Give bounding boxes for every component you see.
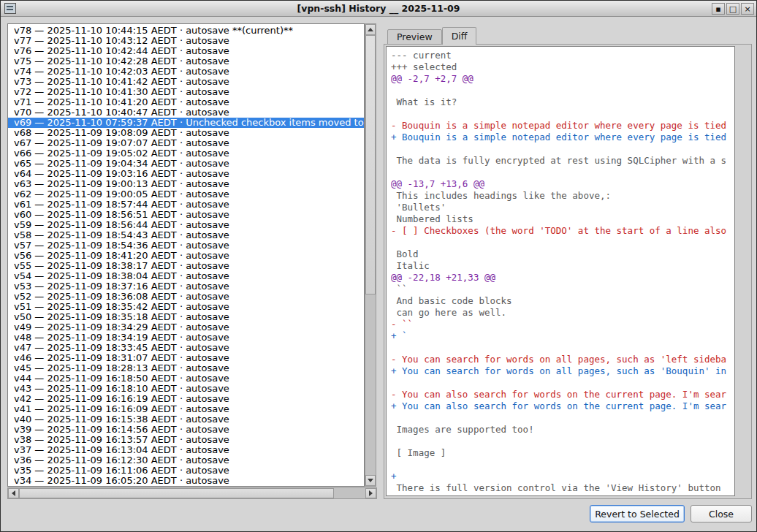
history-list-item[interactable]: v59 — 2025-11-09 18:56:44 AEDT · autosav… xyxy=(8,220,364,230)
history-list-item[interactable]: v72 — 2025-11-10 10:41:30 AEDT · autosav… xyxy=(8,87,364,97)
history-list-item[interactable]: v39 — 2025-11-09 16:14:56 AEDT · autosav… xyxy=(8,425,364,435)
history-list-item[interactable]: v44 — 2025-11-09 16:18:50 AEDT · autosav… xyxy=(8,373,364,384)
history-list-item[interactable]: v40 — 2025-11-09 16:15:38 AEDT · autosav… xyxy=(8,414,364,425)
titlebar[interactable]: [vpn-ssh] History __ 2025-11-09 ▪ □ × xyxy=(1,1,756,17)
history-list-item[interactable]: v69 — 2025-11-10 07:59:37 AEDT · Uncheck… xyxy=(8,118,364,128)
history-list-item[interactable]: v62 — 2025-11-09 19:00:05 AEDT · autosav… xyxy=(8,189,364,200)
tab-preview[interactable]: Preview xyxy=(387,29,442,45)
history-list-item[interactable]: v49 — 2025-11-09 18:34:29 AEDT · autosav… xyxy=(8,322,364,332)
close-window-button[interactable]: × xyxy=(741,3,754,15)
history-list-item[interactable]: v56 — 2025-11-09 18:41:20 AEDT · autosav… xyxy=(8,251,364,261)
history-list-item[interactable]: v45 — 2025-11-09 18:28:13 AEDT · autosav… xyxy=(8,363,364,373)
diff-line-deletion: - You can also search for words on the c… xyxy=(391,389,734,400)
diff-line-deletion: - Bouquin is a simple notepad editor whe… xyxy=(391,120,734,132)
history-list-item[interactable]: v74 — 2025-11-10 10:42:03 AEDT · autosav… xyxy=(8,66,364,77)
maximize-button[interactable]: □ xyxy=(726,3,739,15)
diff-line-context xyxy=(391,412,734,424)
diff-line-context: Italic xyxy=(391,260,734,272)
diff-line-context: Images are supported too! xyxy=(391,424,734,436)
diff-line-context: [ Image ] xyxy=(391,447,734,459)
diff-line-hunk: @@ -2,7 +2,7 @@ xyxy=(391,73,734,85)
diff-line-context: This includes headings like the above,: xyxy=(391,190,734,202)
history-list-item[interactable]: v58 — 2025-11-09 18:54:43 AEDT · autosav… xyxy=(8,230,364,240)
diff-line-context xyxy=(391,143,734,155)
scroll-down-button[interactable] xyxy=(365,475,376,486)
history-list-item[interactable]: v66 — 2025-11-09 19:05:02 AEDT · autosav… xyxy=(8,148,364,159)
minimize-button[interactable]: ▪ xyxy=(712,3,725,15)
diff-line-context: `` xyxy=(391,284,734,295)
history-list-item[interactable]: v37 — 2025-11-09 16:13:04 AEDT · autosav… xyxy=(8,445,364,455)
history-list-item[interactable]: v57 — 2025-11-09 18:54:36 AEDT · autosav… xyxy=(8,240,364,251)
scrollbar-trough[interactable] xyxy=(365,35,376,475)
diff-line-context xyxy=(391,436,734,447)
diff-line-context: Numbered lists xyxy=(391,213,734,225)
history-horizontal-scrollbar[interactable] xyxy=(7,487,377,499)
history-list[interactable]: v78 — 2025-11-10 10:44:15 AEDT · autosav… xyxy=(7,23,365,487)
diff-line-context: The data is fully encrypted at rest usin… xyxy=(391,155,734,167)
history-list-item[interactable]: v46 — 2025-11-09 18:31:07 AEDT · autosav… xyxy=(8,353,364,363)
history-list-item[interactable]: v67 — 2025-11-09 19:07:07 AEDT · autosav… xyxy=(8,138,364,148)
history-list-item[interactable]: v68 — 2025-11-09 19:08:09 AEDT · autosav… xyxy=(8,128,364,138)
history-list-item[interactable]: v50 — 2025-11-09 18:35:18 AEDT · autosav… xyxy=(8,312,364,322)
diff-line-meta: --- current xyxy=(391,50,734,61)
history-list-item[interactable]: v78 — 2025-11-10 10:44:15 AEDT · autosav… xyxy=(8,26,364,36)
history-list-item[interactable]: v47 — 2025-11-09 18:33:45 AEDT · autosav… xyxy=(8,343,364,353)
diff-line-hunk: @@ -13,7 +13,6 @@ xyxy=(391,178,734,190)
diff-line-context xyxy=(391,167,734,178)
diff-line-context: 'Bullets' xyxy=(391,202,734,213)
tab-diff[interactable]: Diff xyxy=(442,27,477,45)
history-vertical-scrollbar[interactable] xyxy=(365,23,376,487)
diff-line-context xyxy=(391,108,734,120)
history-list-item[interactable]: v76 — 2025-11-10 10:42:44 AEDT · autosav… xyxy=(8,46,364,56)
history-list-item[interactable]: v64 — 2025-11-09 19:03:16 AEDT · autosav… xyxy=(8,169,364,179)
diff-line-deletion: - [ ] Checkboxes (the word 'TODO' at the… xyxy=(391,225,734,237)
arrow-down-icon xyxy=(368,479,373,482)
history-list-item[interactable]: v77 — 2025-11-10 10:43:12 AEDT · autosav… xyxy=(8,36,364,46)
history-list-item[interactable]: v48 — 2025-11-09 18:34:19 AEDT · autosav… xyxy=(8,332,364,343)
history-list-item[interactable]: v43 — 2025-11-09 16:18:10 AEDT · autosav… xyxy=(8,384,364,394)
scroll-left-button[interactable] xyxy=(8,488,19,498)
history-list-item[interactable]: v35 — 2025-11-09 16:11:06 AEDT · autosav… xyxy=(8,466,364,476)
scrollbar-thumb[interactable] xyxy=(19,488,334,498)
diff-line-context xyxy=(391,85,734,96)
scroll-right-button[interactable] xyxy=(365,488,376,498)
revert-to-selected-button[interactable]: Revert to Selected xyxy=(590,505,685,522)
history-list-item[interactable]: v33 — 2025-11-09 16:05:01 AEDT · autosav… xyxy=(8,486,364,487)
history-list-item[interactable]: v51 — 2025-11-09 18:35:42 AEDT · autosav… xyxy=(8,302,364,312)
scroll-up-button[interactable] xyxy=(365,24,376,35)
arrow-up-icon xyxy=(368,28,373,31)
history-list-item[interactable]: v52 — 2025-11-09 18:36:08 AEDT · autosav… xyxy=(8,292,364,302)
window-title: [vpn-ssh] History __ 2025-11-09 xyxy=(1,1,756,17)
diff-line-addition: + xyxy=(391,471,734,482)
history-list-item[interactable]: v61 — 2025-11-09 18:57:44 AEDT · autosav… xyxy=(8,200,364,210)
diff-line-deletion: - `` xyxy=(391,319,734,330)
diff-line-hunk: @@ -22,18 +21,33 @@ xyxy=(391,272,734,284)
diff-line-context: can go here as well. xyxy=(391,307,734,319)
history-list-item[interactable]: v73 — 2025-11-10 10:41:42 AEDT · autosav… xyxy=(8,77,364,87)
history-list-item[interactable]: v75 — 2025-11-10 10:42:28 AEDT · autosav… xyxy=(8,56,364,66)
diff-line-context: And basic code blocks xyxy=(391,295,734,307)
history-list-item[interactable]: v63 — 2025-11-09 19:00:13 AEDT · autosav… xyxy=(8,179,364,189)
diff-line-addition: + Bouquin is a simple notepad editor whe… xyxy=(391,132,734,143)
diff-line-deletion: - You can search for words on all pages,… xyxy=(391,354,734,365)
history-list-item[interactable]: v36 — 2025-11-09 16:12:30 AEDT · autosav… xyxy=(8,455,364,466)
diff-view[interactable]: --- current+++ selected@@ -2,7 +2,7 @@ W… xyxy=(386,46,735,496)
history-list-item[interactable]: v65 — 2025-11-09 19:04:34 AEDT · autosav… xyxy=(8,159,364,169)
history-list-item[interactable]: v34 — 2025-11-09 16:05:20 AEDT · autosav… xyxy=(8,476,364,486)
history-list-item[interactable]: v42 — 2025-11-09 16:16:19 AEDT · autosav… xyxy=(8,394,364,404)
history-list-item[interactable]: v70 — 2025-11-10 10:40:47 AEDT · autosav… xyxy=(8,107,364,118)
scrollbar-trough[interactable] xyxy=(19,488,365,498)
arrow-right-icon xyxy=(369,490,373,496)
tab-bar: Preview Diff xyxy=(387,27,476,45)
history-list-item[interactable]: v55 — 2025-11-09 18:38:17 AEDT · autosav… xyxy=(8,261,364,271)
diff-line-context xyxy=(391,377,734,389)
history-list-item[interactable]: v54 — 2025-11-09 18:38:04 AEDT · autosav… xyxy=(8,271,364,281)
history-list-item[interactable]: v41 — 2025-11-09 16:16:09 AEDT · autosav… xyxy=(8,404,364,414)
history-list-item[interactable]: v38 — 2025-11-09 16:13:57 AEDT · autosav… xyxy=(8,435,364,445)
history-list-item[interactable]: v71 — 2025-11-10 10:41:20 AEDT · autosav… xyxy=(8,97,364,107)
history-list-item[interactable]: v60 — 2025-11-09 18:56:51 AEDT · autosav… xyxy=(8,210,364,220)
history-list-item[interactable]: v53 — 2025-11-09 18:37:16 AEDT · autosav… xyxy=(8,281,364,292)
close-dialog-button[interactable]: Close xyxy=(691,505,752,522)
arrow-left-icon xyxy=(12,490,15,496)
scrollbar-thumb[interactable] xyxy=(365,35,376,294)
